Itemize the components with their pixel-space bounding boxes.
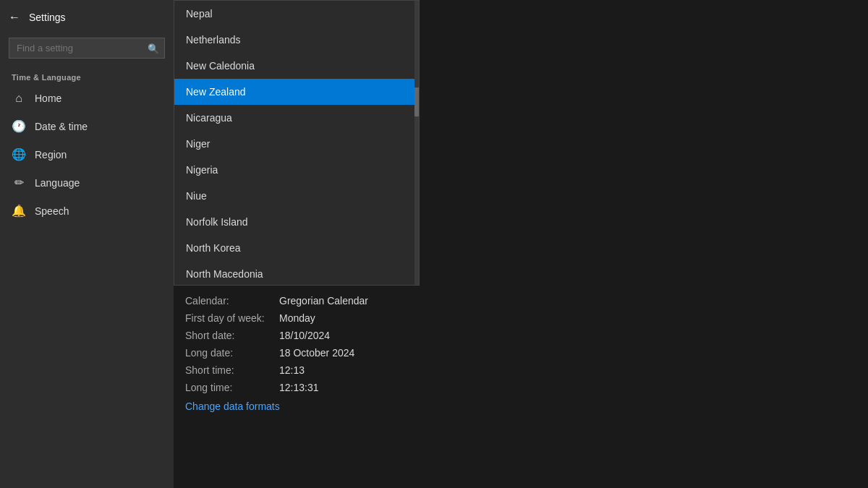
long-date-label: Long date: [185, 347, 279, 359]
long-date-row: Long date: 18 October 2024 [185, 344, 368, 361]
first-day-value: Monday [279, 312, 315, 324]
back-button[interactable]: ← [9, 8, 26, 27]
scrollbar[interactable] [414, 1, 419, 285]
date-time-icon: 🕐 [12, 119, 26, 133]
sidebar: ← Settings 🔍 Time & Language ⌂ Home 🕐 Da… [0, 0, 174, 488]
calendar-row: Calendar: Gregorian Calendar [185, 292, 368, 309]
calendar-value: Gregorian Calendar [279, 295, 368, 307]
long-time-row: Long time: 12:13:31 [185, 379, 368, 396]
sidebar-item-date-time-label: Date & time [35, 121, 88, 132]
sidebar-item-date-time[interactable]: 🕐 Date & time [0, 112, 174, 140]
home-icon: ⌂ [12, 92, 26, 105]
long-time-value: 12:13:31 [279, 382, 319, 393]
sidebar-header: ← Settings [0, 0, 174, 35]
list-item[interactable]: Norfolk Island [174, 209, 419, 235]
sidebar-item-home[interactable]: ⌂ Home [0, 85, 174, 112]
short-date-value: 18/10/2024 [279, 330, 330, 341]
list-item[interactable]: Nicaragua [174, 105, 419, 131]
list-item[interactable]: Niger [174, 131, 419, 157]
search-input[interactable] [9, 38, 165, 59]
list-item[interactable]: New Caledonia [174, 53, 419, 79]
sidebar-item-region-label: Region [35, 149, 67, 160]
search-box: 🔍 [9, 38, 165, 59]
short-time-value: 12:13 [279, 364, 305, 376]
list-item[interactable]: Netherlands [174, 27, 419, 53]
short-time-label: Short time: [185, 364, 279, 376]
search-icon: 🔍 [148, 43, 159, 53]
sidebar-item-language-label: Language [35, 177, 80, 189]
short-date-label: Short date: [185, 330, 279, 341]
sidebar-item-speech-label: Speech [35, 205, 69, 217]
country-dropdown[interactable]: Nepal Netherlands New Caledonia New Zeal… [174, 0, 420, 286]
region-icon: 🌐 [12, 147, 26, 161]
list-item[interactable]: Nepal [174, 1, 419, 27]
section-label: Time & Language [0, 67, 174, 85]
list-item[interactable]: North Macedonia [174, 261, 419, 286]
list-item-selected[interactable]: New Zealand [174, 79, 419, 105]
long-time-label: Long time: [185, 382, 279, 393]
list-item[interactable]: North Korea [174, 235, 419, 261]
region-info: Calendar: Gregorian Calendar First day o… [174, 289, 380, 416]
list-item[interactable]: Nigeria [174, 157, 419, 183]
main-content: Nepal Netherlands New Caledonia New Zeal… [174, 0, 868, 488]
sidebar-item-home-label: Home [35, 93, 61, 104]
sidebar-item-speech[interactable]: 🔔 Speech [0, 197, 174, 225]
sidebar-item-language[interactable]: ✏ Language [0, 168, 174, 197]
scrollbar-thumb[interactable] [414, 87, 419, 116]
change-data-formats-link[interactable]: Change data formats [185, 401, 280, 412]
short-time-row: Short time: 12:13 [185, 361, 368, 379]
calendar-label: Calendar: [185, 295, 279, 307]
list-item[interactable]: Niue [174, 183, 419, 209]
first-day-label: First day of week: [185, 312, 279, 324]
speech-icon: 🔔 [12, 204, 26, 218]
short-date-row: Short date: 18/10/2024 [185, 327, 368, 344]
settings-title: Settings [29, 12, 66, 23]
first-day-row: First day of week: Monday [185, 309, 368, 327]
long-date-value: 18 October 2024 [279, 347, 354, 359]
sidebar-item-region[interactable]: 🌐 Region [0, 140, 174, 168]
language-icon: ✏ [12, 176, 26, 189]
